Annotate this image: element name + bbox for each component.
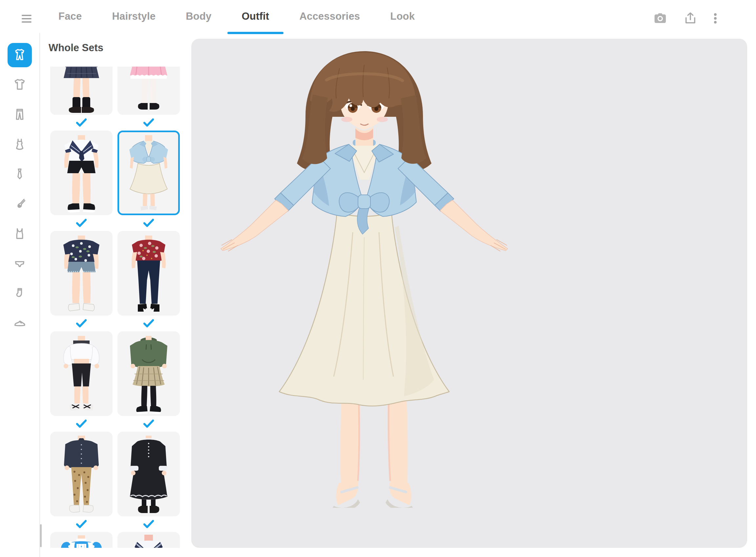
- sidebar-item-socks[interactable]: [7, 282, 32, 306]
- red-floral-jeans-set-thumbnail[interactable]: [117, 231, 180, 316]
- blue-maid-set-thumbnail[interactable]: [50, 532, 113, 548]
- outfit-cell: [117, 130, 180, 231]
- applied-check-icon: [50, 516, 113, 532]
- applied-check-icon: [117, 115, 180, 130]
- tab-outfit[interactable]: Outfit: [242, 0, 269, 33]
- applied-check-icon: [117, 215, 180, 231]
- outfit-list[interactable]: [40, 67, 191, 548]
- viewport-3d[interactable]: [191, 39, 747, 548]
- socks-icon: [12, 286, 27, 302]
- shoes-icon: [12, 316, 27, 332]
- character-model: [215, 49, 514, 508]
- black-long-dress-set-thumbnail[interactable]: [117, 432, 180, 516]
- sidebar-item-whole-set[interactable]: [7, 43, 32, 67]
- necktie-icon: [12, 167, 27, 182]
- category-sidebar: [0, 33, 40, 557]
- outfit-cell: [117, 532, 180, 548]
- kebab-menu-icon[interactable]: [707, 10, 723, 26]
- bottoms-icon: [12, 107, 27, 123]
- one-piece-icon: [12, 137, 27, 152]
- applied-check-icon: [50, 416, 113, 432]
- sidebar-item-one-piece[interactable]: [7, 133, 32, 157]
- main-tabs: FaceHairstyleBodyOutfitAccessoriesLook: [58, 0, 415, 33]
- whole-set-icon: [12, 48, 27, 63]
- applied-check-icon: [50, 115, 113, 130]
- sidebar-item-underwear[interactable]: [7, 252, 32, 276]
- hamburger-icon[interactable]: [22, 14, 32, 23]
- panel-title: Whole Sets: [49, 42, 104, 54]
- outfit-cell: [117, 331, 180, 432]
- camera-icon[interactable]: [652, 10, 668, 26]
- applied-check-icon: [117, 416, 180, 432]
- tab-accessories[interactable]: Accessories: [299, 0, 360, 33]
- innerwear-icon: [12, 227, 27, 242]
- navy-shirt-leopard-set-thumbnail[interactable]: [50, 432, 113, 516]
- white-sailor-uniform-set-thumbnail[interactable]: [117, 532, 180, 548]
- outfit-cell: [117, 432, 180, 532]
- share-icon[interactable]: [682, 10, 698, 26]
- underwear-icon: [12, 257, 27, 272]
- aloha-shirt-denim-set-thumbnail[interactable]: [50, 231, 113, 316]
- outfit-cell: [50, 67, 113, 130]
- scrollbar-thumb[interactable]: [40, 524, 42, 547]
- plaid-skirt-uniform-set-thumbnail[interactable]: [50, 67, 113, 115]
- sidebar-item-innerwear[interactable]: [7, 222, 32, 246]
- sidebar-item-tops[interactable]: [7, 73, 32, 97]
- applied-check-icon: [117, 316, 180, 331]
- outfit-cell: [50, 231, 113, 331]
- outfit-cell: [50, 432, 113, 532]
- outfit-cell: [50, 532, 113, 548]
- paint-icon: [12, 197, 27, 212]
- outfit-cell: [50, 331, 113, 432]
- crop-top-capri-set-thumbnail[interactable]: [50, 331, 113, 416]
- applied-check-icon: [50, 215, 113, 231]
- tab-look[interactable]: Look: [390, 0, 415, 33]
- pink-frill-dress-set-thumbnail[interactable]: [117, 67, 180, 115]
- tab-face[interactable]: Face: [58, 0, 82, 33]
- hoodie-plaid-skirt-set-thumbnail[interactable]: [117, 331, 180, 416]
- avatar-studio-app: FaceHairstyleBodyOutfitAccessoriesLook W…: [0, 0, 756, 557]
- sidebar-item-paint[interactable]: [7, 192, 32, 216]
- top-bar: FaceHairstyleBodyOutfitAccessoriesLook: [0, 0, 756, 33]
- tied-shirt-cream-dress-set-thumbnail[interactable]: [117, 130, 180, 215]
- sidebar-item-bottoms[interactable]: [7, 103, 32, 127]
- tab-body[interactable]: Body: [186, 0, 211, 33]
- sidebar-item-shoes[interactable]: [7, 312, 32, 336]
- tab-hairstyle[interactable]: Hairstyle: [112, 0, 155, 33]
- applied-check-icon: [50, 316, 113, 331]
- applied-check-icon: [117, 516, 180, 532]
- outfit-cell: [117, 231, 180, 331]
- outfit-cell: [117, 67, 180, 130]
- tops-icon: [12, 78, 27, 93]
- outfit-cell: [50, 130, 113, 231]
- sailor-top-shorts-set-thumbnail[interactable]: [50, 130, 113, 215]
- whole-sets-panel: Whole Sets: [40, 33, 191, 557]
- sidebar-item-necktie[interactable]: [7, 163, 32, 187]
